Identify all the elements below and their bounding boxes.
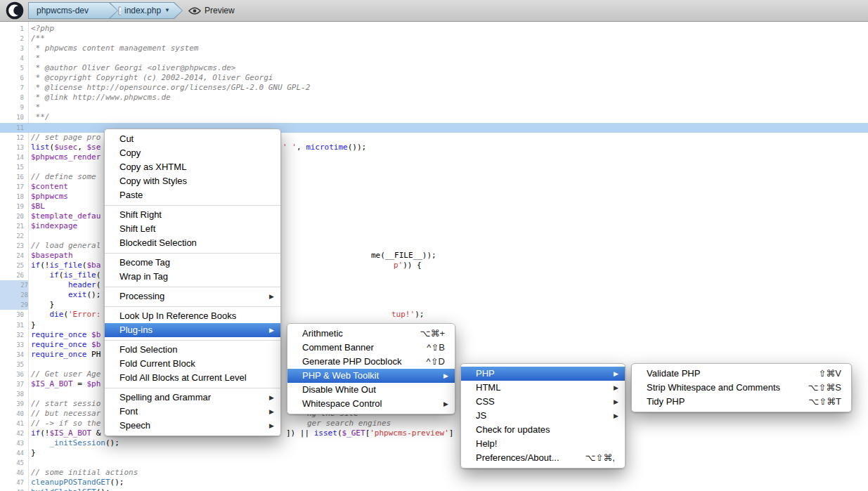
menu-item-help[interactable]: Help!	[461, 437, 625, 451]
line-number: 13	[0, 143, 24, 152]
plugins-submenu[interactable]: Arithmetic⌥⌘+Comment Banner^⇧BGenerate P…	[287, 323, 455, 414]
line-number: 7	[0, 83, 24, 93]
code-text: $indexpage	[31, 221, 77, 231]
menu-item-strip-whitespace-and-comments[interactable]: Strip Whitespace and Comments⌥⇧⌘S	[632, 381, 851, 395]
tab-bar: phpwcms-dev index.php ▼ Preview	[0, 0, 868, 22]
line-number: 36	[0, 369, 24, 379]
menu-item-fold-selection[interactable]: Fold Selection	[105, 343, 280, 357]
code-line-45[interactable]: 45	[0, 458, 868, 468]
php-submenu[interactable]: Validate PHP⇧⌘VStrip Whitespace and Comm…	[631, 363, 852, 412]
menu-item-tidy-php[interactable]: Tidy PHP⌥⇧⌘T	[632, 395, 851, 409]
menu-item-css[interactable]: CSS▶	[461, 395, 625, 409]
menu-item-wrap-in-tag[interactable]: Wrap in Tag	[105, 270, 280, 284]
shortcut-label: ⌥⇧⌘,	[585, 451, 616, 465]
code-text: *	[31, 53, 40, 63]
code-line-46[interactable]: 46// some initial actions	[0, 468, 868, 478]
code-text: require_once $b	[31, 340, 101, 350]
menu-item-php-web-toolkit[interactable]: PHP & Web Toolkit▶	[287, 369, 455, 383]
breadcrumb-file[interactable]: index.php ▼	[110, 2, 183, 19]
menu-item-whitespace-control[interactable]: Whitespace Control▶	[287, 397, 455, 411]
menu-item-become-tag[interactable]: Become Tag	[105, 256, 280, 270]
menu-item-label: Font	[119, 406, 138, 417]
menu-item-label: PHP & Web Toolkit	[302, 370, 379, 381]
code-text: p')) {	[394, 261, 422, 270]
code-line-9[interactable]: 9 *	[0, 103, 868, 112]
submenu-arrow-icon: ▶	[269, 323, 274, 337]
code-line-7[interactable]: 7 * @license http://opensource.org/licen…	[0, 83, 868, 93]
menu-item-blockedit-selection[interactable]: Blockedit Selection	[105, 236, 280, 250]
line-number: 11	[0, 123, 24, 133]
menu-item-label: Plug-ins	[119, 325, 153, 335]
menu-item-processing[interactable]: Processing▶	[105, 289, 280, 303]
chevron-down-icon[interactable]: ▼	[164, 8, 170, 13]
menu-item-copy[interactable]: Copy	[105, 146, 280, 160]
menu-item-label: Fold All Blocks at Current Level	[119, 372, 247, 383]
submenu-arrow-icon: ▶	[269, 289, 274, 303]
code-text: $template_defau	[31, 211, 101, 221]
menu-item-js[interactable]: JS▶	[461, 409, 625, 423]
line-number: 44	[0, 448, 24, 458]
code-line-10[interactable]: 10 **/	[0, 112, 868, 122]
menu-item-copy-with-styles[interactable]: Copy with Styles	[105, 174, 280, 188]
code-text: die('Error:	[31, 310, 101, 320]
code-text: _initSession();	[31, 438, 119, 448]
menu-item-fold-all-blocks-at-current-level[interactable]: Fold All Blocks at Current Level	[105, 371, 280, 385]
submenu-arrow-icon: ▶	[614, 395, 618, 409]
code-text: ]) || isset($_GET['phpwcms-preview']	[286, 428, 453, 438]
menu-item-font[interactable]: Font▶	[105, 405, 280, 419]
code-text: if(!is_file($ba	[31, 261, 101, 270]
menu-item-label: Cut	[119, 133, 134, 144]
menu-item-check-for-updates[interactable]: Check for updates	[461, 423, 625, 437]
code-line-48[interactable]: 48buildGlobalGET();	[0, 487, 868, 491]
app-icon[interactable]	[6, 1, 24, 20]
menu-item-label: Tidy PHP	[647, 396, 685, 407]
code-line-44[interactable]: 44}	[0, 448, 868, 458]
preview-button[interactable]: Preview	[188, 2, 235, 19]
menu-item-label: Spelling and Grammar	[119, 392, 211, 402]
code-line-1[interactable]: 1<?php	[0, 24, 868, 34]
code-line-8[interactable]: 8 * @link http://www.phpwcms.de	[0, 93, 868, 103]
php-web-toolkit-submenu[interactable]: PHP▶HTML▶CSS▶JS▶Check for updatesHelp!Pr…	[460, 363, 626, 469]
menu-item-label: Arithmetic	[302, 328, 343, 339]
menu-item-validate-php[interactable]: Validate PHP⇧⌘V	[632, 367, 851, 381]
context-menu[interactable]: CutCopyCopy as XHTMLCopy with StylesPast…	[104, 129, 281, 436]
code-line-43[interactable]: 43 _initSession();	[0, 438, 868, 448]
code-line-47[interactable]: 47cleanupPOSTandGET();	[0, 478, 868, 487]
menu-item-look-up-in-reference-books[interactable]: Look Up In Reference Books	[105, 309, 280, 323]
menu-item-generate-php-docblock[interactable]: Generate PHP Docblock^⇧D	[287, 355, 455, 369]
submenu-arrow-icon: ▶	[443, 369, 448, 383]
code-line-6[interactable]: 6 * @copyright Copyright (c) 2002-2014, …	[0, 73, 868, 83]
code-line-2[interactable]: 2/**	[0, 34, 868, 44]
breadcrumb-project[interactable]: phpwcms-dev	[28, 2, 118, 19]
menu-item-label: PHP	[476, 368, 495, 379]
line-number: 14	[0, 152, 24, 162]
menu-item-shift-right[interactable]: Shift Right	[105, 208, 280, 222]
menu-item-speech[interactable]: Speech▶	[105, 419, 280, 433]
menu-item-spelling-and-grammar[interactable]: Spelling and Grammar▶	[105, 391, 280, 405]
menu-item-paste[interactable]: Paste	[105, 188, 280, 202]
menu-item-plug-ins[interactable]: Plug-ins▶	[105, 323, 280, 337]
code-text: /**	[31, 34, 45, 44]
menu-item-html[interactable]: HTML▶	[461, 381, 625, 395]
menu-item-arithmetic[interactable]: Arithmetic⌥⌘+	[287, 327, 455, 341]
line-number: 34	[0, 350, 24, 360]
line-number: 45	[0, 458, 24, 468]
line-number: 20	[0, 211, 24, 221]
menu-item-cut[interactable]: Cut	[105, 132, 280, 146]
code-line-5[interactable]: 5 * @author Oliver Georgi <oliver@phpwcm…	[0, 63, 868, 73]
code-line-3[interactable]: 3 * phpwcms content management system	[0, 44, 868, 53]
line-number: 23	[0, 241, 24, 251]
project-name-label: phpwcms-dev	[37, 6, 89, 15]
menu-item-label: Processing	[119, 291, 164, 301]
menu-item-disable-white-out[interactable]: Disable White Out	[287, 383, 455, 397]
menu-item-copy-as-xhtml[interactable]: Copy as XHTML	[105, 160, 280, 174]
menu-item-shift-left[interactable]: Shift Left	[105, 222, 280, 236]
code-line-4[interactable]: 4 *	[0, 53, 868, 63]
menu-item-label: Copy	[119, 148, 141, 158]
menu-item-preferences-about[interactable]: Preferences/About...⌥⇧⌘,	[461, 451, 625, 465]
line-number: 28	[0, 290, 28, 300]
menu-item-fold-current-block[interactable]: Fold Current Block	[105, 357, 280, 371]
menu-item-comment-banner[interactable]: Comment Banner^⇧B	[287, 341, 455, 355]
line-number: 21	[0, 221, 24, 231]
menu-item-php[interactable]: PHP▶	[461, 367, 625, 381]
